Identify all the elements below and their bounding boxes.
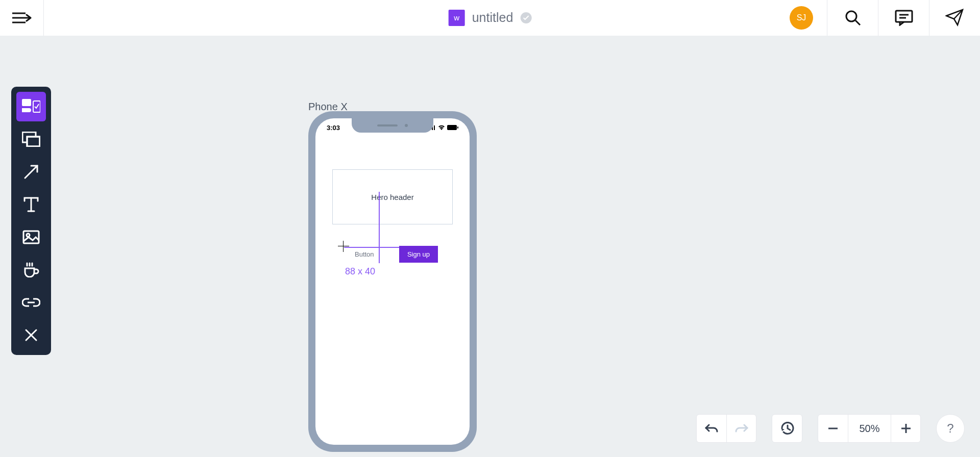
app-header: w untitled SJ — [0, 0, 980, 36]
plus-icon — [901, 424, 911, 433]
coffee-icon — [23, 262, 39, 277]
avatar[interactable]: SJ — [790, 6, 813, 30]
size-indicator: 88 x 40 — [345, 266, 375, 277]
tool-text[interactable] — [16, 190, 46, 219]
search-icon — [844, 9, 862, 27]
status-time: 3:03 — [327, 124, 340, 132]
undo-redo-group — [696, 414, 756, 443]
header-right: SJ — [776, 0, 980, 36]
canvas[interactable]: Phone X 3:03 Hero header — [0, 36, 980, 457]
svg-line-4 — [855, 20, 860, 25]
signup-button-label: Sign up — [407, 250, 430, 258]
document-title-area[interactable]: w untitled — [449, 10, 532, 26]
comments-button[interactable] — [878, 0, 929, 36]
history-button[interactable] — [772, 415, 802, 442]
minus-icon — [828, 427, 838, 429]
components-icon — [22, 99, 40, 114]
hero-header-block[interactable]: Hero header — [332, 169, 453, 224]
share-button[interactable] — [929, 0, 980, 36]
hero-label: Hero header — [371, 193, 413, 201]
menu-icon — [12, 11, 32, 24]
svg-rect-30 — [457, 126, 458, 129]
phone-screen[interactable]: 3:03 Hero header Button Si — [315, 118, 470, 445]
zoom-out-button[interactable] — [818, 415, 848, 442]
save-status-icon — [520, 12, 531, 23]
text-icon — [23, 197, 39, 212]
svg-rect-28 — [434, 125, 435, 130]
button-ghost-label: Button — [355, 250, 374, 258]
header-divider — [43, 0, 44, 36]
tool-palette — [11, 87, 51, 355]
tool-icons[interactable] — [16, 255, 46, 285]
svg-point-3 — [846, 11, 856, 21]
undo-button[interactable] — [697, 415, 726, 442]
tool-frame[interactable] — [16, 124, 46, 154]
wifi-icon — [438, 125, 445, 130]
help-button[interactable]: ? — [936, 414, 965, 443]
doc-title[interactable]: untitled — [472, 10, 513, 25]
chat-icon — [895, 10, 913, 26]
undo-icon — [705, 423, 718, 434]
tool-components[interactable] — [16, 92, 46, 121]
svg-rect-29 — [447, 125, 457, 130]
phone-frame: 3:03 Hero header Button Si — [308, 111, 477, 452]
bottom-controls: 50% ? — [696, 414, 965, 443]
svg-rect-12 — [27, 137, 40, 146]
button-ghost[interactable]: Button — [347, 246, 398, 263]
tool-link[interactable] — [16, 288, 46, 317]
send-icon — [945, 9, 965, 27]
history-group — [772, 414, 802, 443]
redo-button[interactable] — [726, 415, 756, 442]
zoom-value[interactable]: 50% — [848, 415, 891, 442]
phone-notch — [352, 118, 433, 133]
signup-button[interactable]: Sign up — [399, 246, 438, 263]
tool-image[interactable] — [16, 222, 46, 252]
svg-rect-5 — [896, 11, 912, 22]
tool-close[interactable] — [16, 320, 46, 350]
svg-point-18 — [27, 234, 30, 237]
search-button[interactable] — [827, 0, 878, 36]
svg-rect-9 — [22, 99, 31, 106]
link-icon — [22, 297, 40, 308]
image-icon — [22, 230, 40, 244]
menu-button[interactable] — [0, 0, 43, 36]
zoom-in-button[interactable] — [891, 415, 920, 442]
svg-line-14 — [25, 166, 37, 178]
help-icon: ? — [947, 421, 953, 436]
redo-icon — [735, 423, 748, 434]
battery-icon — [447, 125, 458, 130]
arrow-icon — [23, 164, 39, 180]
history-icon — [780, 422, 794, 435]
zoom-group: 50% — [818, 414, 921, 443]
close-icon — [24, 328, 38, 342]
doc-badge: w — [449, 10, 465, 26]
frame-icon — [22, 132, 40, 147]
tool-arrow[interactable] — [16, 157, 46, 187]
